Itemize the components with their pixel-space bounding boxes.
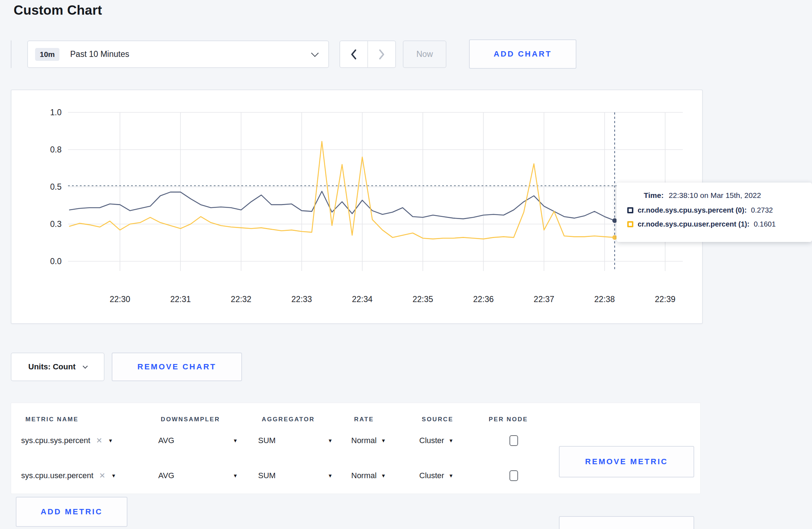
per-node-cell [509,458,518,493]
tooltip-time-row: Time: 22:38:10 on Mar 15th, 2022 [644,191,801,200]
downsampler-select[interactable]: AVG ▼ [158,458,238,493]
svg-text:22:34: 22:34 [352,295,373,304]
source-value: Cluster [419,436,444,445]
svg-text:22:30: 22:30 [110,295,130,304]
series-swatch-sys-icon [627,207,633,213]
tooltip-series-row: cr.node.sys.cpu.user.percent (1): 0.1601 [627,220,801,228]
tooltip-time-label: Time: [644,191,664,200]
caret-down-icon: ▼ [381,438,386,443]
column-header-source: SOURCE [422,416,453,423]
rate-select[interactable]: Normal ▼ [351,458,386,493]
column-header-aggregator: AGGREGATOR [262,416,315,423]
chevron-left-icon [349,48,358,60]
next-time-button[interactable] [368,41,395,67]
metrics-table: METRIC NAME DOWNSAMPLER AGGREGATOR RATE … [11,403,701,494]
caret-down-icon: ▼ [233,473,238,479]
chart-tooltip: Time: 22:38:10 on Mar 15th, 2022 cr.node… [617,183,812,242]
tooltip-series-name: cr.node.sys.cpu.sys.percent (0): [638,206,747,214]
series-swatch-user-icon [627,221,633,227]
clear-metric-icon[interactable]: ✕ [96,436,102,445]
caret-down-icon: ▼ [233,438,238,443]
svg-text:22:31: 22:31 [170,295,191,304]
column-header-per-node: PER NODE [489,416,528,423]
toolbar-divider [11,40,11,68]
rate-value: Normal [351,436,377,445]
caret-down-icon[interactable]: ▼ [111,473,116,479]
column-header-downsampler: DOWNSAMPLER [161,416,220,423]
metric-name-dropdown[interactable]: sys.cpu.sys.percent ✕ ▼ [21,423,113,458]
tooltip-series-value: 0.1601 [754,220,775,228]
chevron-right-icon [377,48,386,60]
metric-name-dropdown[interactable]: sys.cpu.user.percent ✕ ▼ [21,458,116,493]
time-range-label: Past 10 Minutes [70,49,129,59]
aggregator-select[interactable]: SUM ▼ [258,458,333,493]
caret-down-icon: ▼ [381,473,386,479]
remove-chart-button[interactable]: REMOVE CHART [112,353,242,381]
caret-down-icon: ▼ [328,473,333,479]
rate-select[interactable]: Normal ▼ [351,423,386,458]
column-header-rate: RATE [354,416,374,423]
rate-value: Normal [351,471,377,480]
per-node-checkbox[interactable] [509,435,518,446]
svg-text:0.5: 0.5 [50,182,62,191]
source-select[interactable]: Cluster ▼ [419,423,454,458]
svg-text:22:32: 22:32 [231,295,252,304]
downsampler-value: AVG [158,471,174,480]
aggregator-value: SUM [258,471,276,480]
column-header-metric-name: METRIC NAME [25,416,79,423]
svg-text:22:35: 22:35 [412,295,433,304]
svg-text:0.8: 0.8 [50,145,62,154]
remove-metric-button[interactable]: REMOVE METRIC [559,516,694,529]
svg-text:22:38: 22:38 [594,295,615,304]
caret-down-icon: ▼ [449,473,454,479]
svg-text:1.0: 1.0 [50,108,62,117]
svg-text:22:37: 22:37 [534,295,555,304]
chevron-down-icon [311,49,319,57]
svg-text:0.0: 0.0 [50,257,62,266]
chart-card: 0.00.30.50.81.022:3022:3122:3222:3322:34… [11,89,703,324]
timeseries-chart[interactable]: 0.00.30.50.81.022:3022:3122:3222:3322:34… [11,90,702,323]
tooltip-series-name: cr.node.sys.cpu.user.percent (1): [638,220,749,228]
aggregator-value: SUM [258,436,276,445]
page-title: Custom Chart [14,3,102,18]
add-chart-button[interactable]: ADD CHART [469,39,576,69]
prev-time-button[interactable] [340,41,368,67]
per-node-checkbox[interactable] [509,470,518,481]
metric-name-value: sys.cpu.user.percent [21,471,93,480]
time-range-badge: 10m [35,48,59,61]
tooltip-time-value: 22:38:10 on Mar 15th, 2022 [669,191,761,200]
tooltip-series-value: 0.2732 [751,206,773,214]
metric-name-value: sys.cpu.sys.percent [21,436,90,445]
add-metric-button[interactable]: ADD METRIC [16,497,127,527]
time-range-selector[interactable]: 10m Past 10 Minutes [27,40,329,68]
svg-text:22:39: 22:39 [655,295,676,304]
now-button[interactable]: Now [403,40,446,68]
per-node-cell [509,423,518,458]
caret-down-icon[interactable]: ▼ [108,438,113,443]
chevron-down-icon [83,364,88,369]
caret-down-icon: ▼ [449,438,454,443]
source-value: Cluster [419,471,444,480]
tooltip-series-row: cr.node.sys.cpu.sys.percent (0): 0.2732 [627,206,801,214]
metric-row: sys.cpu.user.percent ✕ ▼ AVG ▼ SUM ▼ Nor… [11,458,700,493]
time-nav-group [339,40,396,68]
svg-text:0.3: 0.3 [50,219,62,229]
clear-metric-icon[interactable]: ✕ [99,471,106,480]
downsampler-select[interactable]: AVG ▼ [158,423,238,458]
source-select[interactable]: Cluster ▼ [419,458,454,493]
caret-down-icon: ▼ [328,438,333,443]
svg-text:22:36: 22:36 [473,295,494,304]
units-label: Units: Count [28,362,76,372]
custom-chart-page: Custom Chart 10m Past 10 Minutes Now ADD… [0,0,812,529]
downsampler-value: AVG [158,436,174,445]
units-selector[interactable]: Units: Count [11,353,105,381]
metric-row: sys.cpu.sys.percent ✕ ▼ AVG ▼ SUM ▼ Norm… [11,423,700,458]
svg-text:22:33: 22:33 [291,295,312,304]
aggregator-select[interactable]: SUM ▼ [258,423,333,458]
